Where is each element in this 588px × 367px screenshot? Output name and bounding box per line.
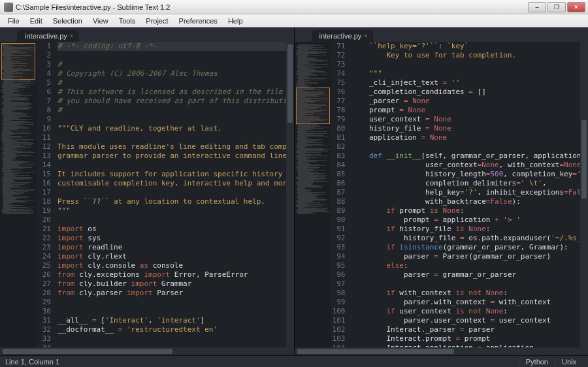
code-editor-left[interactable]: 1234567891011121314151617181920212223242… bbox=[37, 42, 286, 347]
editor-pane-right: interactive.py × 71727374757677787980818… bbox=[295, 27, 589, 355]
tab-label: interactive.py bbox=[319, 32, 362, 40]
menu-view[interactable]: View bbox=[88, 16, 114, 26]
tab-left[interactable]: interactive.py × bbox=[17, 30, 79, 42]
menu-project[interactable]: Project bbox=[140, 16, 173, 26]
minimize-button[interactable]: – bbox=[528, 2, 546, 12]
horizontal-scrollbar[interactable] bbox=[0, 347, 294, 355]
menu-bar: FileEditSelectionViewToolsProjectPrefere… bbox=[0, 14, 588, 27]
scroll-thumb[interactable] bbox=[581, 120, 587, 199]
menu-tools[interactable]: Tools bbox=[114, 16, 141, 26]
horizontal-scrollbar[interactable] bbox=[295, 347, 589, 355]
tab-bar-left: interactive.py × bbox=[0, 27, 294, 42]
maximize-button[interactable]: ❐ bbox=[547, 2, 566, 12]
editor-workspace: interactive.py × 12345678910111213141516… bbox=[0, 27, 588, 355]
close-button[interactable]: ✕ bbox=[567, 2, 585, 12]
status-syntax[interactable]: Python bbox=[519, 358, 555, 366]
window-controls: – ❐ ✕ bbox=[528, 2, 585, 12]
minimap-right[interactable] bbox=[295, 42, 331, 347]
window-title: C:\Sample Files\interactive.py - Sublime… bbox=[3, 3, 528, 11]
close-icon[interactable]: × bbox=[364, 33, 370, 39]
scroll-thumb[interactable] bbox=[287, 44, 293, 123]
tab-bar-right: interactive.py × bbox=[295, 27, 589, 42]
code-content[interactable]: ``help_key='?'``: `key` Key to use for t… bbox=[350, 42, 581, 347]
line-gutter: 7172737475767778798081828384858687888990… bbox=[331, 42, 350, 347]
scroll-thumb[interactable] bbox=[3, 349, 172, 354]
status-bar: Line 1, Column 1 Python Unix bbox=[0, 355, 588, 367]
scroll-thumb[interactable] bbox=[297, 349, 454, 354]
menu-preferences[interactable]: Preferences bbox=[174, 16, 223, 26]
menu-file[interactable]: File bbox=[3, 16, 25, 26]
vertical-scrollbar[interactable] bbox=[580, 42, 588, 347]
vertical-scrollbar[interactable] bbox=[286, 42, 294, 347]
app-icon bbox=[4, 3, 13, 12]
status-position: Line 1, Column 1 bbox=[5, 358, 59, 366]
status-line-endings[interactable]: Unix bbox=[555, 358, 583, 366]
menu-selection[interactable]: Selection bbox=[48, 16, 88, 26]
code-content[interactable]: # -*- coding: utf-8 -*- # # Copyright (C… bbox=[55, 42, 286, 347]
menu-edit[interactable]: Edit bbox=[25, 16, 48, 26]
window-titlebar: C:\Sample Files\interactive.py - Sublime… bbox=[0, 0, 588, 14]
close-icon[interactable]: × bbox=[70, 33, 76, 39]
line-gutter: 1234567891011121314151617181920212223242… bbox=[37, 42, 55, 347]
editor-pane-left: interactive.py × 12345678910111213141516… bbox=[0, 27, 295, 355]
minimap-left[interactable] bbox=[0, 42, 37, 347]
menu-help[interactable]: Help bbox=[223, 16, 248, 26]
code-editor-right[interactable]: 7172737475767778798081828384858687888990… bbox=[331, 42, 581, 347]
tab-label: interactive.py bbox=[25, 32, 67, 40]
tab-right[interactable]: interactive.py × bbox=[312, 30, 374, 42]
